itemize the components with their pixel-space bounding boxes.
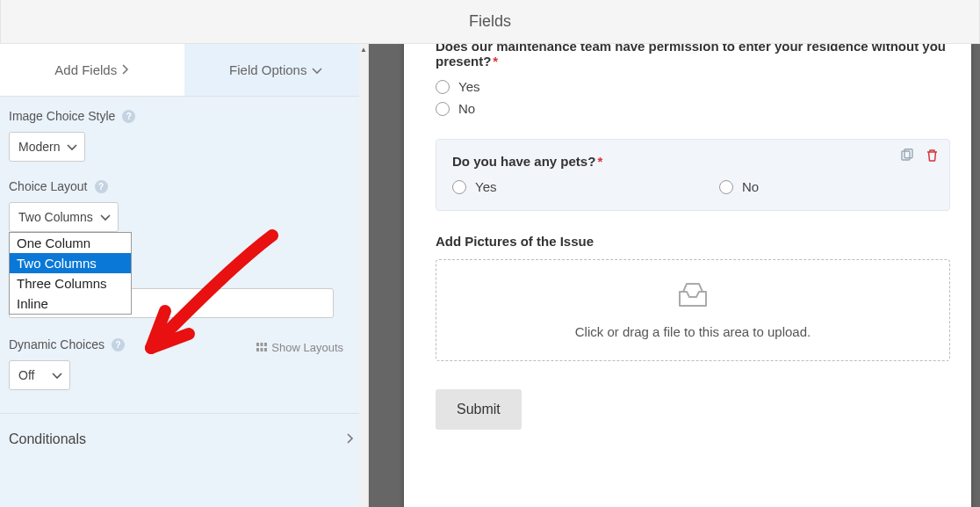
help-icon[interactable]: ? [112,338,125,351]
radio-icon [452,180,466,194]
page-header: Fields [0,0,980,44]
grid-icon [256,341,267,354]
dynamic-choices-label: Dynamic Choices [9,337,104,351]
pets-option-no[interactable]: No [719,179,933,194]
permission-option-no[interactable]: No [436,101,950,116]
help-icon[interactable]: ? [122,110,135,123]
file-upload-dropzone[interactable]: Click or drag a file to this area to upl… [436,259,950,361]
sidebar-tabs: Add Fields Field Options [0,44,368,97]
question-pets-title: Do you have any pets? [452,154,595,169]
submit-label: Submit [457,402,501,416]
svg-rect-4 [261,348,263,351]
question-permission: Does our maintenance team have permissio… [436,44,950,116]
chevron-right-icon [122,62,129,77]
field-options-panel: Image Choice Style ? Modern Choice Layou… [0,97,368,507]
option-label: No [742,179,759,194]
image-choice-style-select[interactable]: Modern [9,132,85,162]
option-label: Yes [475,179,496,194]
option-label: Yes [458,79,479,94]
chevron-down-icon [100,210,111,224]
tab-add-fields[interactable]: Add Fields [0,44,184,96]
choice-layout-group: Choice Layout ? Two Columns One Column T… [9,179,354,232]
svg-rect-5 [264,348,267,351]
pets-options: Yes No [452,179,933,194]
field-actions [899,148,939,165]
choice-layout-label: Choice Layout [9,179,88,193]
choice-layout-label-row: Choice Layout ? [9,179,354,193]
form-preview-area: Does our maintenance team have permissio… [369,44,980,507]
page-title: Fields [469,12,511,31]
pets-option-yes[interactable]: Yes [452,179,667,194]
show-layouts-label: Show Layouts [271,341,343,354]
chevron-down-icon [52,368,62,382]
dynamic-choices-value: Off [18,368,34,382]
choice-layout-option-three[interactable]: Three Columns [10,273,131,293]
choice-layout-option-inline[interactable]: Inline [10,293,131,314]
choice-layout-option-one[interactable]: One Column [10,233,131,253]
conditionals-label: Conditionals [9,431,86,447]
conditionals-section[interactable]: Conditionals [0,413,363,465]
permission-option-yes[interactable]: Yes [436,79,950,94]
choice-layout-value: Two Columns [18,210,93,224]
tab-add-fields-label: Add Fields [54,62,117,77]
image-choice-style-group: Image Choice Style ? Modern [9,109,354,162]
question-permission-title-row: Does our maintenance team have permissio… [436,44,950,69]
image-choice-style-label: Image Choice Style [9,109,115,123]
image-choice-style-value: Modern [18,140,60,154]
svg-rect-0 [256,343,259,346]
question-pets[interactable]: Do you have any pets?* Yes No [436,139,950,211]
required-asterisk: * [597,154,602,169]
help-icon[interactable]: ? [95,180,108,193]
chevron-right-icon [347,431,354,447]
svg-rect-3 [256,348,259,351]
tab-field-options-label: Field Options [229,62,306,77]
left-sidebar: Add Fields Field Options Image Choice St… [0,44,369,507]
trash-icon[interactable] [926,148,939,165]
question-upload-title: Add Pictures of the Issue [436,234,950,249]
svg-rect-1 [261,343,263,346]
inbox-icon [676,281,710,312]
main-layout: Add Fields Field Options Image Choice St… [0,44,980,507]
choice-layout-option-two[interactable]: Two Columns [10,253,131,273]
chevron-down-icon [312,62,322,77]
scroll-up-icon: ▲ [360,44,367,55]
image-choice-style-label-row: Image Choice Style ? [9,109,354,123]
chevron-down-icon [67,140,77,154]
tab-field-options[interactable]: Field Options [184,44,369,96]
submit-button[interactable]: Submit [436,389,522,430]
radio-icon [436,102,450,116]
show-layouts-link[interactable]: Show Layouts [256,341,343,354]
svg-rect-2 [264,343,267,346]
required-asterisk: * [493,54,498,69]
option-label: No [458,101,475,116]
choice-layout-dropdown: One Column Two Columns Three Columns Inl… [9,232,132,315]
choice-layout-select[interactable]: Two Columns [9,202,119,232]
radio-icon [436,80,450,94]
question-permission-title: Does our maintenance team have permissio… [436,44,946,69]
dynamic-choices-select[interactable]: Off [9,360,70,390]
duplicate-icon[interactable] [899,148,913,165]
upload-hint: Click or drag a file to this area to upl… [575,324,811,339]
question-pets-title-row: Do you have any pets?* [452,154,933,169]
radio-icon [719,180,733,194]
question-upload: Add Pictures of the Issue Click or drag … [436,234,950,361]
form-canvas: Does our maintenance team have permissio… [404,44,971,507]
sidebar-scrollbar[interactable]: ▲ [359,44,368,507]
